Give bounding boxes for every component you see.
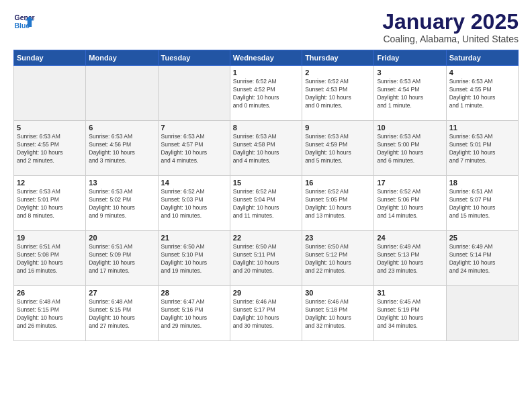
day-number: 3 bbox=[377, 68, 443, 77]
page: General Blue January 2025 Coaling, Alaba… bbox=[0, 0, 532, 411]
table-row: 7Sunrise: 6:53 AM Sunset: 4:57 PM Daylig… bbox=[158, 121, 230, 176]
day-number: 27 bbox=[89, 289, 154, 297]
col-thursday: Thursday bbox=[302, 50, 374, 66]
day-number: 26 bbox=[17, 289, 83, 297]
day-info: Sunrise: 6:48 AM Sunset: 5:15 PM Dayligh… bbox=[17, 298, 83, 330]
table-row: 16Sunrise: 6:52 AM Sunset: 5:05 PM Dayli… bbox=[302, 176, 374, 231]
col-friday: Friday bbox=[374, 50, 446, 66]
day-number: 23 bbox=[305, 234, 371, 242]
day-number: 9 bbox=[305, 124, 371, 132]
table-row: 17Sunrise: 6:52 AM Sunset: 5:06 PM Dayli… bbox=[374, 176, 446, 231]
day-info: Sunrise: 6:53 AM Sunset: 4:55 PM Dayligh… bbox=[17, 133, 83, 165]
table-row: 23Sunrise: 6:50 AM Sunset: 5:12 PM Dayli… bbox=[302, 231, 374, 286]
table-row: 19Sunrise: 6:51 AM Sunset: 5:08 PM Dayli… bbox=[14, 231, 86, 286]
calendar-week-row: 19Sunrise: 6:51 AM Sunset: 5:08 PM Dayli… bbox=[14, 231, 519, 286]
day-info: Sunrise: 6:53 AM Sunset: 5:01 PM Dayligh… bbox=[17, 188, 83, 220]
table-row: 31Sunrise: 6:45 AM Sunset: 5:19 PM Dayli… bbox=[374, 286, 446, 341]
table-row: 1Sunrise: 6:52 AM Sunset: 4:52 PM Daylig… bbox=[230, 66, 302, 121]
day-info: Sunrise: 6:53 AM Sunset: 4:54 PM Dayligh… bbox=[377, 78, 443, 110]
table-row: 10Sunrise: 6:53 AM Sunset: 5:00 PM Dayli… bbox=[374, 121, 446, 176]
day-number: 2 bbox=[305, 68, 371, 77]
table-row: 3Sunrise: 6:53 AM Sunset: 4:54 PM Daylig… bbox=[374, 66, 446, 121]
day-info: Sunrise: 6:49 AM Sunset: 5:14 PM Dayligh… bbox=[449, 243, 515, 275]
day-info: Sunrise: 6:50 AM Sunset: 5:12 PM Dayligh… bbox=[305, 243, 371, 275]
day-info: Sunrise: 6:53 AM Sunset: 4:55 PM Dayligh… bbox=[449, 78, 515, 110]
table-row: 2Sunrise: 6:52 AM Sunset: 4:53 PM Daylig… bbox=[302, 66, 374, 121]
table-row: 13Sunrise: 6:53 AM Sunset: 5:02 PM Dayli… bbox=[86, 176, 158, 231]
day-info: Sunrise: 6:46 AM Sunset: 5:17 PM Dayligh… bbox=[233, 298, 299, 330]
day-number: 30 bbox=[305, 289, 371, 297]
table-row: 24Sunrise: 6:49 AM Sunset: 5:13 PM Dayli… bbox=[374, 231, 446, 286]
table-row: 15Sunrise: 6:52 AM Sunset: 5:04 PM Dayli… bbox=[230, 176, 302, 231]
table-row: 25Sunrise: 6:49 AM Sunset: 5:14 PM Dayli… bbox=[446, 231, 518, 286]
day-info: Sunrise: 6:53 AM Sunset: 4:59 PM Dayligh… bbox=[305, 133, 371, 165]
day-info: Sunrise: 6:53 AM Sunset: 4:57 PM Dayligh… bbox=[161, 133, 227, 165]
day-number: 1 bbox=[233, 68, 299, 77]
day-number: 20 bbox=[89, 234, 154, 242]
day-number: 22 bbox=[233, 234, 299, 242]
table-row: 12Sunrise: 6:53 AM Sunset: 5:01 PM Dayli… bbox=[14, 176, 86, 231]
day-number: 12 bbox=[17, 179, 83, 187]
table-row: 26Sunrise: 6:48 AM Sunset: 5:15 PM Dayli… bbox=[14, 286, 86, 341]
table-row: 6Sunrise: 6:53 AM Sunset: 4:56 PM Daylig… bbox=[86, 121, 158, 176]
day-number: 31 bbox=[377, 289, 443, 297]
table-row: 14Sunrise: 6:52 AM Sunset: 5:03 PM Dayli… bbox=[158, 176, 230, 231]
day-info: Sunrise: 6:52 AM Sunset: 5:06 PM Dayligh… bbox=[377, 188, 443, 220]
day-info: Sunrise: 6:53 AM Sunset: 5:02 PM Dayligh… bbox=[89, 188, 154, 220]
day-number: 8 bbox=[233, 124, 299, 132]
day-number: 10 bbox=[377, 124, 443, 132]
col-sunday: Sunday bbox=[14, 50, 86, 66]
day-number: 21 bbox=[161, 234, 227, 242]
table-row: 28Sunrise: 6:47 AM Sunset: 5:16 PM Dayli… bbox=[158, 286, 230, 341]
table-row: 21Sunrise: 6:50 AM Sunset: 5:10 PM Dayli… bbox=[158, 231, 230, 286]
col-monday: Monday bbox=[86, 50, 158, 66]
day-info: Sunrise: 6:51 AM Sunset: 5:09 PM Dayligh… bbox=[89, 243, 154, 275]
logo: General Blue bbox=[13, 11, 35, 32]
day-number: 25 bbox=[449, 234, 515, 242]
day-number: 7 bbox=[161, 124, 227, 132]
title-block: January 2025 Coaling, Alabama, United St… bbox=[382, 11, 519, 44]
table-row: 29Sunrise: 6:46 AM Sunset: 5:17 PM Dayli… bbox=[230, 286, 302, 341]
day-info: Sunrise: 6:52 AM Sunset: 5:05 PM Dayligh… bbox=[305, 188, 371, 220]
logo-icon: General Blue bbox=[13, 11, 35, 32]
table-row: 20Sunrise: 6:51 AM Sunset: 5:09 PM Dayli… bbox=[86, 231, 158, 286]
day-info: Sunrise: 6:52 AM Sunset: 4:53 PM Dayligh… bbox=[305, 78, 371, 110]
day-info: Sunrise: 6:52 AM Sunset: 5:04 PM Dayligh… bbox=[233, 188, 299, 220]
table-row: 30Sunrise: 6:46 AM Sunset: 5:18 PM Dayli… bbox=[302, 286, 374, 341]
table-row: 22Sunrise: 6:50 AM Sunset: 5:11 PM Dayli… bbox=[230, 231, 302, 286]
day-number: 17 bbox=[377, 179, 443, 187]
calendar-table: Sunday Monday Tuesday Wednesday Thursday… bbox=[13, 50, 519, 341]
day-number: 6 bbox=[89, 124, 154, 132]
day-number: 19 bbox=[17, 234, 83, 242]
day-number: 11 bbox=[449, 124, 515, 132]
table-row bbox=[86, 66, 158, 121]
table-row: 9Sunrise: 6:53 AM Sunset: 4:59 PM Daylig… bbox=[302, 121, 374, 176]
day-info: Sunrise: 6:49 AM Sunset: 5:13 PM Dayligh… bbox=[377, 243, 443, 275]
table-row: 8Sunrise: 6:53 AM Sunset: 4:58 PM Daylig… bbox=[230, 121, 302, 176]
main-title: January 2025 bbox=[382, 11, 519, 32]
day-number: 24 bbox=[377, 234, 443, 242]
calendar-week-row: 26Sunrise: 6:48 AM Sunset: 5:15 PM Dayli… bbox=[14, 286, 519, 341]
day-info: Sunrise: 6:53 AM Sunset: 5:00 PM Dayligh… bbox=[377, 133, 443, 165]
calendar-header-row: Sunday Monday Tuesday Wednesday Thursday… bbox=[14, 50, 519, 66]
header: General Blue January 2025 Coaling, Alaba… bbox=[13, 11, 519, 44]
table-row: 18Sunrise: 6:51 AM Sunset: 5:07 PM Dayli… bbox=[446, 176, 518, 231]
day-info: Sunrise: 6:47 AM Sunset: 5:16 PM Dayligh… bbox=[161, 298, 227, 330]
day-number: 16 bbox=[305, 179, 371, 187]
day-number: 29 bbox=[233, 289, 299, 297]
day-number: 28 bbox=[161, 289, 227, 297]
day-number: 14 bbox=[161, 179, 227, 187]
day-number: 15 bbox=[233, 179, 299, 187]
day-info: Sunrise: 6:50 AM Sunset: 5:11 PM Dayligh… bbox=[233, 243, 299, 275]
table-row: 5Sunrise: 6:53 AM Sunset: 4:55 PM Daylig… bbox=[14, 121, 86, 176]
day-info: Sunrise: 6:46 AM Sunset: 5:18 PM Dayligh… bbox=[305, 298, 371, 330]
table-row bbox=[14, 66, 86, 121]
day-info: Sunrise: 6:53 AM Sunset: 4:56 PM Dayligh… bbox=[89, 133, 154, 165]
calendar-week-row: 5Sunrise: 6:53 AM Sunset: 4:55 PM Daylig… bbox=[14, 121, 519, 176]
day-number: 5 bbox=[17, 124, 83, 132]
table-row: 11Sunrise: 6:53 AM Sunset: 5:01 PM Dayli… bbox=[446, 121, 518, 176]
table-row bbox=[446, 286, 518, 341]
day-info: Sunrise: 6:51 AM Sunset: 5:07 PM Dayligh… bbox=[449, 188, 515, 220]
col-wednesday: Wednesday bbox=[230, 50, 302, 66]
day-info: Sunrise: 6:53 AM Sunset: 4:58 PM Dayligh… bbox=[233, 133, 299, 165]
